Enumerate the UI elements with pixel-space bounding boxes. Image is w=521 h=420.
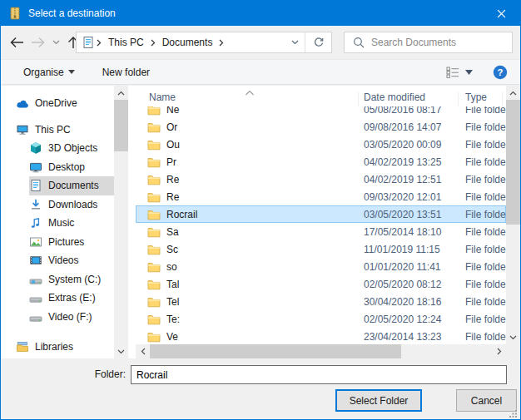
table-row[interactable]: Ou03/05/2020 00:09File folder <box>136 136 506 153</box>
refresh-button[interactable] <box>305 32 331 52</box>
sidebar-scrollbar-thumb[interactable] <box>114 100 128 151</box>
sidebar-item-system-c[interactable]: System (C:) <box>1 270 114 289</box>
table-row[interactable]: Sa17/05/2014 18:10File folder <box>136 223 506 240</box>
sidebar-item-content: This PC <box>16 121 114 140</box>
sidebar-item-pictures[interactable]: Pictures <box>1 233 114 252</box>
sidebar-item-label: Music <box>48 217 74 229</box>
sidebar-item-music[interactable]: Music <box>1 214 114 233</box>
scroll-down-icon[interactable] <box>506 330 520 344</box>
folder-name: Pr <box>166 156 176 168</box>
sidebar-item-videos[interactable]: Videos <box>1 251 114 270</box>
cancel-button[interactable]: Cancel <box>456 389 517 412</box>
row-name-cell: Te: <box>136 314 359 325</box>
drive-icon <box>29 291 42 304</box>
sidebar-item-label: OneDrive <box>35 97 77 109</box>
recent-locations-button[interactable] <box>49 32 62 53</box>
date-modified-cell: 09/03/2020 12:01 <box>359 191 459 203</box>
address-bar[interactable]: This PCDocuments <box>76 32 332 53</box>
sidebar-item-label: This PC <box>35 124 71 136</box>
scroll-up-icon[interactable] <box>506 86 520 100</box>
scroll-down-icon[interactable] <box>114 344 128 358</box>
sidebar-scrollbar[interactable] <box>114 86 128 358</box>
scroll-right-icon[interactable] <box>492 344 506 358</box>
breadcrumb-item[interactable]: This PC <box>103 37 149 48</box>
help-button[interactable]: ? <box>493 65 508 80</box>
table-row[interactable]: Tel30/04/2020 18:16File folder <box>136 293 506 310</box>
table-row[interactable]: Ne05/08/2016 08:17File folder <box>136 106 506 118</box>
sidebar-item-this-pc[interactable]: This PC <box>1 121 114 140</box>
desktop-monitor-icon <box>29 161 42 174</box>
folder-name: Ne <box>166 106 179 116</box>
search-input[interactable] <box>371 37 512 48</box>
sidebar-item-desktop[interactable]: Desktop <box>1 158 114 177</box>
sidebar-item-content: Extras (E:) <box>29 289 114 308</box>
sidebar-item-3d-objects[interactable]: 3D Objects <box>1 139 114 158</box>
folder-name-input[interactable] <box>131 365 507 384</box>
horizontal-scrollbar-thumb[interactable] <box>150 344 401 358</box>
row-name-cell: Tal <box>136 279 359 290</box>
table-row[interactable]: Ve23/04/2014 13:23File folder <box>136 328 506 344</box>
sidebar-item-content: Music <box>29 214 114 233</box>
sidebar-item-content: OneDrive <box>16 94 114 113</box>
list-vertical-scrollbar[interactable] <box>506 86 520 344</box>
type-cell: File folder <box>459 331 506 343</box>
search-box[interactable] <box>344 32 513 53</box>
column-header-date-modified[interactable]: Date modified <box>359 91 459 106</box>
table-row[interactable]: Rocrail03/05/2020 13:51File folder <box>136 205 506 223</box>
row-name-cell: Re <box>136 191 359 203</box>
list-scrollbar-thumb[interactable] <box>506 100 520 225</box>
close-button[interactable] <box>483 1 520 26</box>
chevron-right-icon[interactable] <box>217 39 226 47</box>
chevron-right-icon[interactable] <box>95 39 103 47</box>
change-view-button[interactable] <box>446 67 473 78</box>
type-cell: File folder <box>459 226 506 238</box>
resize-grip[interactable] <box>509 408 518 417</box>
sidebar-item-content: Videos <box>29 251 114 270</box>
organise-button[interactable]: Organise <box>23 67 75 78</box>
folder-icon <box>147 331 161 343</box>
folder-label: Folder: <box>87 368 126 380</box>
back-button[interactable] <box>6 32 27 53</box>
table-row[interactable]: so01/01/2020 11:41File folder <box>136 258 506 275</box>
date-modified-cell: 03/05/2020 00:09 <box>359 139 459 151</box>
type-cell: File folder <box>459 261 506 273</box>
sidebar-item-libraries[interactable]: Libraries <box>1 338 114 357</box>
drive-icon <box>29 310 42 324</box>
forward-button[interactable] <box>27 32 49 53</box>
sidebar-item-label: Pictures <box>48 236 84 248</box>
table-row[interactable]: Sc11/01/2019 11:15File folder <box>136 240 506 258</box>
select-folder-label: Select Folder <box>350 395 409 407</box>
navigation-bar: This PCDocuments <box>1 26 520 59</box>
download-arrow-icon <box>29 198 42 211</box>
list-horizontal-scrollbar[interactable] <box>136 344 506 358</box>
table-row[interactable]: Re09/03/2020 12:01File folder <box>136 188 506 205</box>
new-folder-button[interactable]: New folder <box>102 67 150 78</box>
sidebar-item-extras-e[interactable]: Extras (E:) <box>1 289 114 308</box>
table-row[interactable]: Or09/08/2016 14:07File folder <box>136 118 506 136</box>
sidebar-item-content: Desktop <box>29 158 114 177</box>
table-row[interactable]: Tal02/05/2020 08:12File folder <box>136 275 506 293</box>
table-row[interactable]: Pr04/02/2019 13:25File folder <box>136 153 506 170</box>
folder-name: Ou <box>166 139 180 151</box>
sidebar-item-downloads[interactable]: Downloads <box>1 195 114 215</box>
sidebar-item-onedrive[interactable]: OneDrive <box>1 94 114 113</box>
folder-icon <box>147 296 161 308</box>
sidebar-item-label: Video (F:) <box>48 311 92 323</box>
type-cell: File folder <box>459 121 506 133</box>
sidebar-item-documents[interactable]: Documents <box>1 176 114 195</box>
date-modified-cell: 17/05/2014 18:10 <box>359 226 459 238</box>
column-header-name[interactable]: Name <box>136 91 359 106</box>
column-header-type[interactable]: Type <box>459 91 503 106</box>
chevron-right-icon[interactable] <box>149 39 157 47</box>
folder-name: Ve <box>166 331 178 343</box>
select-folder-button[interactable]: Select Folder <box>335 389 422 412</box>
scroll-up-icon[interactable] <box>114 86 128 100</box>
table-row[interactable]: Re04/02/2019 12:51File folder <box>136 170 506 188</box>
address-dropdown-button[interactable] <box>285 32 305 52</box>
sidebar-item-video-f[interactable]: Video (F:) <box>1 308 114 327</box>
table-row[interactable]: Te:02/05/2020 12:24File folder <box>136 310 506 328</box>
breadcrumb-item[interactable]: Documents <box>157 37 218 48</box>
row-name-cell: Sc <box>136 244 359 255</box>
scroll-left-icon[interactable] <box>136 344 150 358</box>
cancel-label: Cancel <box>471 395 502 407</box>
